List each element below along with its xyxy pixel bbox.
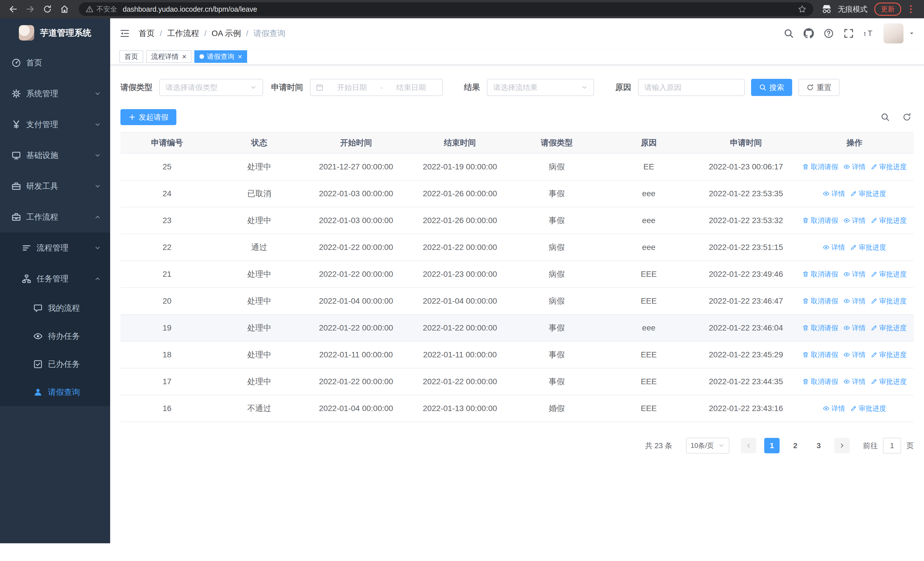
cancel-leave-link[interactable]: 取消请假 <box>802 162 838 171</box>
sidebar-item-done-task[interactable]: 已办任务 <box>0 350 110 378</box>
sidebar-item-process-mgmt[interactable]: 流程管理 <box>0 233 110 263</box>
apply-time-range-picker[interactable]: 开始日期 - 结束日期 <box>310 79 443 96</box>
sidebar-item-infrastructure[interactable]: 基础设施 <box>0 140 110 171</box>
address-bar[interactable]: 不安全 dashboard.yudao.iocoder.cn/bpm/oa/le… <box>79 2 813 16</box>
cancel-leave-link[interactable]: 取消请假 <box>802 323 838 332</box>
create-leave-button[interactable]: 发起请假 <box>120 109 176 125</box>
sidebar-item-label: 首页 <box>26 57 42 68</box>
goto-page-input[interactable] <box>883 438 901 454</box>
cell-reason: eee <box>601 207 697 234</box>
search-button[interactable]: 搜索 <box>751 79 792 96</box>
refresh-table-icon[interactable] <box>902 113 912 122</box>
cancel-leave-link[interactable]: 取消请假 <box>802 270 838 279</box>
browser-reload-icon[interactable] <box>40 2 55 17</box>
approval-progress-link[interactable]: 审批进度 <box>871 377 907 386</box>
result-select[interactable]: 请选择流结果 <box>487 79 594 96</box>
cell-reason: eee <box>601 314 697 341</box>
sidebar-item-my-process[interactable]: 我的流程 <box>0 294 110 322</box>
cell-apply-time: 2022-01-22 23:44:35 <box>697 368 795 395</box>
close-tab-icon[interactable]: × <box>238 53 242 60</box>
cancel-leave-link[interactable]: 取消请假 <box>802 216 838 225</box>
detail-link[interactable]: 详情 <box>843 323 866 332</box>
approval-progress-link[interactable]: 审批进度 <box>871 296 907 305</box>
approval-progress-link[interactable]: 审批进度 <box>850 189 886 198</box>
browser-forward-icon[interactable] <box>23 2 38 17</box>
sidebar-item-task-mgmt[interactable]: 任务管理 <box>0 263 110 294</box>
approval-progress-link[interactable]: 审批进度 <box>850 404 886 413</box>
breadcrumb-item[interactable]: 首页 <box>139 28 154 39</box>
cancel-leave-link[interactable]: 取消请假 <box>802 350 838 359</box>
approval-progress-link[interactable]: 审批进度 <box>850 243 886 252</box>
tab-leave-query[interactable]: 请假查询× <box>194 50 247 63</box>
tab-home[interactable]: 首页 <box>119 50 143 63</box>
breadcrumb-item[interactable]: OA 示例 <box>212 28 241 39</box>
leave-type-select[interactable]: 请选择请假类型 <box>159 79 263 96</box>
browser-back-icon[interactable] <box>6 2 21 17</box>
cell-start-time: 2022-01-03 00:00:00 <box>305 207 407 234</box>
sidebar-item-system[interactable]: 系统管理 <box>0 78 110 109</box>
next-page-button[interactable] <box>834 438 850 453</box>
reason-input[interactable] <box>638 79 745 96</box>
detail-link[interactable]: 详情 <box>843 377 866 386</box>
sidebar-item-home[interactable]: 首页 <box>0 47 110 78</box>
detail-link[interactable]: 详情 <box>843 270 866 279</box>
page-button-3[interactable]: 3 <box>811 438 826 453</box>
github-icon[interactable] <box>804 28 814 39</box>
eye-icon <box>843 217 850 224</box>
approval-progress-link[interactable]: 审批进度 <box>871 350 907 359</box>
chevron-right-icon <box>838 442 846 449</box>
prev-page-button[interactable] <box>741 438 756 453</box>
breadcrumb-item[interactable]: 工作流程 <box>167 28 199 39</box>
page-button-1[interactable]: 1 <box>764 438 780 453</box>
page-button-2[interactable]: 2 <box>788 438 803 453</box>
detail-link[interactable]: 详情 <box>843 216 866 225</box>
approval-progress-link[interactable]: 审批进度 <box>871 323 907 332</box>
reset-button[interactable]: 重置 <box>798 79 840 96</box>
toggle-search-icon[interactable] <box>880 113 890 122</box>
font-size-icon[interactable]: tT <box>864 28 874 39</box>
reset-button-label: 重置 <box>817 83 831 93</box>
page-size-select[interactable]: 10条/页 <box>686 438 729 454</box>
tab-label: 流程详情 <box>151 52 178 61</box>
leave-table: 申请编号状态开始时间结束时间请假类型原因申请时间操作 25处理中2021-12-… <box>120 132 914 422</box>
approval-progress-link[interactable]: 审批进度 <box>871 216 907 225</box>
sidebar-item-payment[interactable]: 支付管理 <box>0 109 110 140</box>
sidebar-item-devtools[interactable]: 研发工具 <box>0 171 110 202</box>
cell-start-time: 2022-01-22 00:00:00 <box>305 234 407 261</box>
sidebar-item-todo-task[interactable]: 待办任务 <box>0 322 110 350</box>
detail-link[interactable]: 详情 <box>823 189 845 198</box>
sidebar-collapse-icon[interactable] <box>119 28 130 39</box>
tab-process-detail[interactable]: 流程详情× <box>146 50 192 63</box>
fullscreen-icon[interactable] <box>843 28 854 39</box>
browser-menu-icon[interactable] <box>903 2 918 17</box>
edit-icon <box>871 271 878 278</box>
cancel-leave-link[interactable]: 取消请假 <box>802 296 838 305</box>
bookmark-star-icon[interactable] <box>798 5 806 14</box>
detail-link[interactable]: 详情 <box>823 243 845 252</box>
close-tab-icon[interactable]: × <box>182 53 186 60</box>
help-icon[interactable] <box>824 28 834 39</box>
cell-leave-type: 婚假 <box>513 395 601 422</box>
cell-apply-id: 22 <box>120 234 214 261</box>
detail-link[interactable]: 详情 <box>843 162 866 171</box>
avatar-caret-icon[interactable] <box>909 30 915 36</box>
cancel-leave-link[interactable]: 取消请假 <box>802 377 838 386</box>
sidebar-item-leave-query[interactable]: 请假查询 <box>0 378 110 406</box>
detail-link[interactable]: 详情 <box>843 296 866 305</box>
detail-link[interactable]: 详情 <box>823 404 845 413</box>
plus-icon <box>128 113 136 121</box>
edit-icon <box>871 378 878 385</box>
browser-home-icon[interactable] <box>57 2 72 17</box>
search-icon <box>759 84 766 91</box>
user-icon <box>33 387 43 397</box>
sidebar-item-workflow[interactable]: 工作流程 <box>0 202 110 233</box>
detail-link[interactable]: 详情 <box>843 350 866 359</box>
avatar[interactable] <box>884 23 903 44</box>
table-toolbar-icons <box>880 113 914 122</box>
header-search-icon[interactable] <box>784 28 794 39</box>
browser-update-button[interactable]: 更新 <box>874 3 901 16</box>
approval-progress-link[interactable]: 审批进度 <box>871 270 907 279</box>
approval-progress-link[interactable]: 审批进度 <box>871 162 907 171</box>
app-logo[interactable]: 芋道管理系统 <box>0 18 110 47</box>
cell-actions: 取消请假详情审批进度 <box>795 314 914 341</box>
